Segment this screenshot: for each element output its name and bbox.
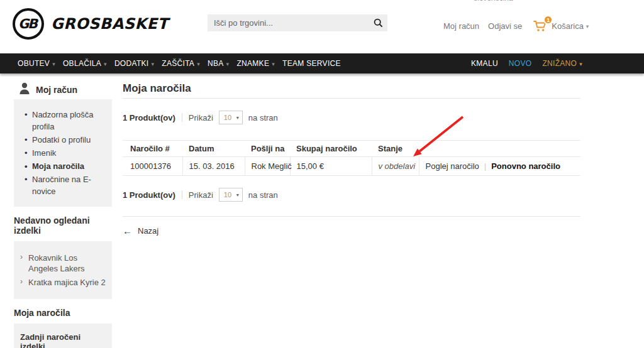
sidebar-item-dashboard[interactable]: •Nadzorna plošča profila [20, 109, 106, 133]
col-header-status: Stanje [372, 141, 419, 157]
chevron-down-icon: ▾ [52, 61, 55, 67]
main-navigation: OBUTEV▾ OBLAČILA▾ DODATKI▾ ZAŠČITA▾ NBA▾… [0, 53, 644, 73]
order-status-cell: v obdelavi [372, 157, 419, 176]
sidebar: Moj račun •Nadzorna plošča profila •Poda… [14, 82, 112, 348]
bullet-icon: • [25, 134, 28, 146]
nav-item-team-service[interactable]: TEAM SERVICE [282, 59, 341, 68]
chevron-down-icon: ▾ [226, 61, 230, 67]
pager-toolbar-bottom: 1 Produkt(ov) Prikaži 10 ▾ na stran [123, 187, 580, 202]
view-order-link[interactable]: Poglej naročilo [426, 161, 479, 171]
toolbar-divider [182, 113, 182, 122]
reorder-link[interactable]: Ponovno naročilo [491, 161, 560, 171]
recent-product-link[interactable]: ›Kratka majica Kyrie 2 [20, 277, 106, 288]
order-date-cell: 15. 03. 2016 [182, 157, 245, 176]
logout-link[interactable]: Odjavi se [488, 21, 522, 31]
account-links: Moj račun Odjavi se 1 Košarica ▾ [443, 20, 589, 32]
sidebar-item-newsletter[interactable]: •Naročnine na E-novice [20, 173, 106, 197]
cart-label: Košarica [552, 21, 584, 31]
page: slovenščina GB GROSBASKET Moj račun Odja… [0, 0, 644, 348]
sidebar-item-profile[interactable]: •Podatki o profilu [20, 134, 106, 146]
nav-item-nba[interactable]: NBA▾ [208, 59, 229, 68]
product-count: 1 Produkt(ov) [123, 190, 175, 200]
logo[interactable]: GB GROSBASKET [13, 8, 168, 40]
order-actions-cell: Poglej naročilo|Ponovno naročilo [419, 157, 580, 176]
account-section-header: Moj račun [19, 82, 112, 95]
bullet-icon: • [25, 173, 28, 185]
col-header-order: Naročilo # [123, 141, 182, 157]
angle-right-icon: › [20, 276, 23, 287]
last-ordered-box: Zadnji naročeni izdelki Nogavice Jordan … [14, 324, 112, 348]
col-header-ship-to: Pošlji na [245, 141, 290, 157]
nav-item-dodatki[interactable]: DODATKI▾ [114, 59, 154, 68]
nav-categories: OBUTEV▾ OBLAČILA▾ DODATKI▾ ZAŠČITA▾ NBA▾… [0, 59, 341, 68]
recently-viewed-title: Nedavno ogledani izdelki [14, 215, 112, 236]
col-header-date: Datum [182, 141, 245, 157]
nav-item-znizano[interactable]: ZNIŽANO▾ [542, 59, 582, 68]
chevron-down-icon: ▾ [104, 61, 107, 67]
chevron-down-icon: ▾ [272, 61, 275, 67]
product-count: 1 Produkt(ov) [123, 113, 175, 122]
order-row: 100001376 15. 03. 2016 Rok Meglič 15,00 … [123, 157, 580, 176]
page-size-select[interactable]: 10 ▾ [219, 188, 243, 202]
search-input[interactable] [208, 14, 369, 31]
nav-highlights: KMALU NOVO ZNIŽANO▾ [471, 59, 644, 68]
content-divider [123, 216, 580, 217]
order-ship-to-cell: Rok Meglič [245, 157, 290, 176]
per-page-label: na stran [248, 190, 278, 200]
per-page-label: na stran [248, 113, 278, 122]
last-ordered-title: Zadnji naročeni izdelki [20, 332, 106, 348]
user-icon [19, 82, 30, 95]
angle-right-icon: › [20, 252, 23, 263]
sidebar-item-my-orders[interactable]: •Moja naročila [20, 160, 106, 172]
chevron-down-icon: ▾ [579, 61, 582, 67]
nav-item-oblacila[interactable]: OBLAČILA▾ [63, 59, 107, 68]
search-button[interactable] [369, 14, 387, 31]
recently-viewed-box: ›Rokavnik Los Angeles Lakers ›Kratka maj… [14, 241, 112, 299]
main-content: Moja naročila 1 Produkt(ov) Prikaži 10 ▾… [123, 82, 580, 236]
account-menu: •Nadzorna plošča profila •Podatki o prof… [20, 109, 106, 197]
page-size-select[interactable]: 10 ▾ [219, 111, 243, 124]
logo-text: GROSBASKET [51, 15, 168, 33]
back-arrow-icon: ← [123, 226, 132, 236]
col-header-actions [419, 141, 580, 157]
my-orders-sidebar-title: Moja naročila [14, 308, 112, 318]
back-label: Nazaj [138, 226, 158, 236]
show-label: Prikaži [189, 113, 213, 122]
nav-item-obutev[interactable]: OBUTEV▾ [18, 59, 55, 68]
account-section-title: Moj račun [36, 85, 77, 95]
my-account-link[interactable]: Moj račun [443, 21, 479, 31]
bullet-icon: • [25, 160, 28, 172]
orders-table-header-row: Naročilo # Datum Pošlji na Skupaj naroči… [123, 141, 580, 157]
bullet-icon: • [25, 109, 28, 121]
toolbar-divider [182, 190, 182, 199]
site-header: GB GROSBASKET Moj račun Odjavi se [0, 3, 644, 53]
pager-toolbar-top: 1 Produkt(ov) Prikaži 10 ▾ na stran [123, 110, 580, 125]
nav-item-novo[interactable]: NOVO [509, 59, 532, 68]
show-label: Prikaži [189, 190, 213, 200]
cart-dropdown[interactable]: 1 Košarica ▾ [533, 20, 589, 32]
nav-item-kmalu[interactable]: KMALU [471, 59, 498, 68]
nav-item-znamke[interactable]: ZNAMKE▾ [236, 59, 275, 68]
sidebar-item-address-book[interactable]: •Imenik [20, 147, 106, 159]
back-link[interactable]: ← Nazaj [123, 226, 580, 236]
chevron-down-icon: ▾ [197, 61, 200, 67]
orders-table: Naročilo # Datum Pošlji na Skupaj naroči… [123, 140, 580, 176]
chevron-down-icon: ▾ [236, 192, 239, 198]
chevron-down-icon: ▾ [236, 115, 239, 121]
page-size-value: 10 [224, 114, 231, 121]
search-icon [374, 18, 383, 28]
logo-monogram: GB [13, 8, 44, 40]
bullet-icon: • [25, 147, 28, 159]
page-title: Moja naročila [123, 82, 580, 99]
chevron-down-icon: ▾ [151, 61, 154, 67]
search-bar [208, 14, 387, 31]
account-menu-box: •Nadzorna plošča profila •Podatki o prof… [14, 99, 112, 207]
recent-product-link[interactable]: ›Rokavnik Los Angeles Lakers [20, 253, 106, 274]
col-header-total: Skupaj naročilo [290, 141, 372, 157]
chevron-down-icon: ▾ [586, 23, 589, 30]
nav-item-zascita[interactable]: ZAŠČITA▾ [162, 59, 200, 68]
order-total-cell: 15,00 € [290, 157, 372, 176]
cart-icon: 1 [533, 20, 547, 32]
page-size-value: 10 [224, 191, 231, 198]
actions-divider: | [484, 161, 486, 171]
